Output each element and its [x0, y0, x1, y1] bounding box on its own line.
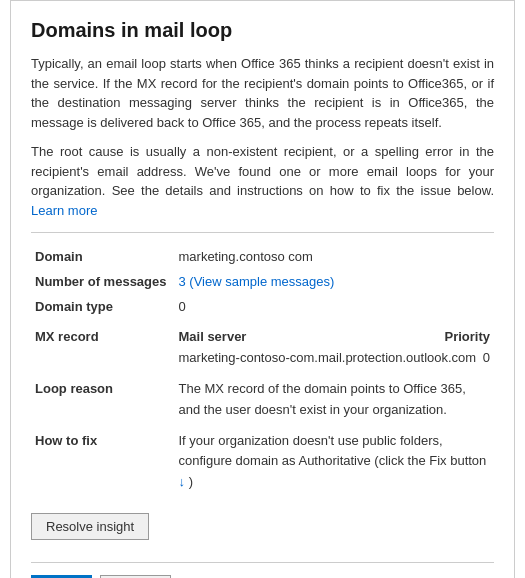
messages-row: Number of messages 3 (View sample messag… [31, 270, 494, 295]
mx-row: marketing-contoso-com.mail.protection.ou… [179, 348, 491, 369]
dialog-body: Typically, an email loop starts when Off… [31, 54, 494, 220]
how-to-fix-label: How to fix [31, 423, 175, 495]
how-to-fix-line2: configure domain as Authoritative (click… [179, 453, 487, 468]
view-sample-messages-link[interactable]: (View sample messages) [189, 274, 334, 289]
domain-value: marketing.contoso com [175, 245, 495, 270]
domain-type-value: 0 [175, 295, 495, 320]
mx-record-value: Mail server Priority marketing-contoso-c… [175, 319, 495, 371]
mx-record-row: MX record Mail server Priority marketing… [31, 319, 494, 371]
mx-priority-value: 0 [483, 348, 490, 369]
resolve-insight-section: Resolve insight [31, 509, 494, 550]
domain-label: Domain [31, 245, 175, 270]
how-to-fix-line1: If your organization doesn't use public … [179, 433, 443, 448]
mail-loop-dialog: Domains in mail loop Typically, an email… [10, 0, 515, 578]
loop-reason-line1: The MX record of the domain points to Of… [179, 381, 466, 396]
messages-label: Number of messages [31, 270, 175, 295]
mx-server-value: marketing-contoso-com.mail.protection.ou… [179, 348, 483, 369]
loop-reason-value: The MX record of the domain points to Of… [175, 371, 495, 423]
mx-header-server: Mail server [179, 327, 445, 348]
learn-more-link[interactable]: Learn more [31, 203, 97, 218]
domain-row: Domain marketing.contoso com [31, 245, 494, 270]
fix-arrow-icon: ↓ [179, 472, 186, 493]
resolve-insight-button[interactable]: Resolve insight [31, 513, 149, 540]
messages-value: 3 (View sample messages) [175, 270, 495, 295]
how-to-fix-row: How to fix If your organization doesn't … [31, 423, 494, 495]
description-text-2: The root cause is usually a non-existent… [31, 144, 494, 198]
loop-reason-label: Loop reason [31, 371, 175, 423]
messages-count[interactable]: 3 [179, 274, 186, 289]
mx-record-label: MX record [31, 319, 175, 371]
how-to-fix-value: If your organization doesn't use public … [175, 423, 495, 495]
loop-reason-row: Loop reason The MX record of the domain … [31, 371, 494, 423]
footer-divider [31, 562, 494, 563]
fix-paren-close: ) [189, 474, 193, 489]
loop-reason-line2: and the user doesn't exist in your organ… [179, 402, 447, 417]
domain-type-row: Domain type 0 [31, 295, 494, 320]
mx-header-priority: Priority [444, 327, 490, 348]
domain-type-label: Domain type [31, 295, 175, 320]
dialog-title: Domains in mail loop [31, 19, 494, 42]
mx-header: Mail server Priority [179, 327, 491, 348]
info-table: Domain marketing.contoso com Number of m… [31, 245, 494, 495]
description-paragraph-2: The root cause is usually a non-existent… [31, 142, 494, 220]
description-paragraph-1: Typically, an email loop starts when Off… [31, 54, 494, 132]
divider [31, 232, 494, 233]
